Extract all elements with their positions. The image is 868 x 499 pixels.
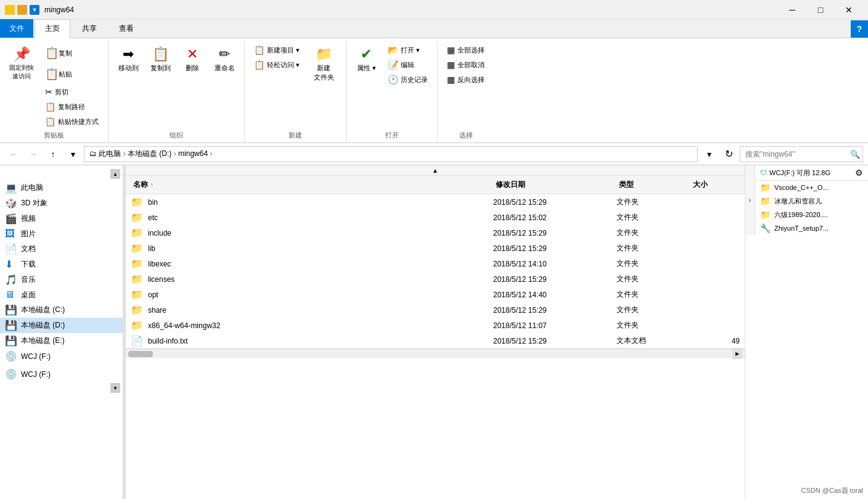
sidebar-item-pictures[interactable]: 🖼 图片: [0, 226, 123, 241]
col-modified[interactable]: 修改日期: [493, 178, 616, 191]
tab-view[interactable]: 查看: [108, 19, 144, 38]
tab-file[interactable]: 文件: [0, 19, 33, 38]
organize-content: ➡ 移动到 📋 复制到 ✕ 删除 ✏ 重命名: [113, 43, 239, 128]
col-type[interactable]: 类型: [616, 178, 690, 191]
localc-icon: 💾: [5, 304, 17, 316]
moveto-button[interactable]: ➡ 移动到: [113, 43, 143, 76]
horizontal-scrollbar[interactable]: ▶: [126, 348, 745, 358]
scroll-right-button[interactable]: ▶: [732, 349, 742, 359]
sidebar-item-wcjf1[interactable]: 💿 WCJ (F:): [0, 348, 123, 364]
file-name: lib: [148, 244, 155, 253]
pasteshortcut-label: 粘贴快捷方式: [58, 117, 99, 126]
sidebar-item-wcjf2[interactable]: 💿 WCJ (F:): [0, 366, 123, 382]
col-name[interactable]: 名称 ↑: [131, 178, 493, 191]
file-name-cell: 📁 bin: [131, 196, 493, 208]
search-button[interactable]: 🔍: [850, 149, 861, 159]
table-row[interactable]: 📁 bin 2018/5/12 15:29 文件夹: [126, 194, 745, 210]
newfolder-button[interactable]: 📁 新建文件夹: [306, 43, 341, 85]
address-path[interactable]: 🗂 此电脑 › 本地磁盘 (D:) › mingw64 ›: [84, 146, 698, 162]
up-button[interactable]: ↑: [44, 146, 62, 163]
col-size[interactable]: 大小: [690, 178, 740, 191]
pin-button[interactable]: 📌 固定到快速访问: [5, 43, 38, 84]
sidebar-item-localc[interactable]: 💾 本地磁盘 (C:): [0, 302, 123, 318]
copy-button[interactable]: 📋 复制: [41, 43, 103, 63]
table-row[interactable]: 📁 opt 2018/5/12 14:40 文件夹: [126, 287, 745, 302]
table-row[interactable]: 📁 share 2018/5/12 15:29 文件夹: [126, 302, 745, 318]
right-panel-item[interactable]: 📁 Vscode_C++_O...: [755, 181, 868, 194]
open-label: 打开: [385, 128, 399, 140]
tab-home[interactable]: 主页: [35, 19, 70, 38]
search-input[interactable]: [740, 146, 863, 162]
file-name: libexec: [148, 260, 171, 268]
wcjf1-label: WCJ (F:): [21, 352, 51, 361]
col-name-label: 名称: [133, 179, 148, 190]
newitem-button[interactable]: 📋 新建项目 ▾: [250, 43, 304, 57]
history-button[interactable]: 🕐 历史记录: [383, 73, 432, 86]
copypath-button[interactable]: 📋 复制路径: [41, 100, 103, 113]
file-modified: 2018/5/12 15:29: [493, 275, 616, 284]
table-row[interactable]: 📁 etc 2018/5/12 15:02 文件夹: [126, 210, 745, 225]
sidebar-scroll-up[interactable]: ▲: [110, 169, 120, 179]
sidebar-item-documents[interactable]: 📄 文档: [0, 241, 123, 257]
back-button[interactable]: ←: [5, 146, 22, 163]
folder-icon: 📁: [131, 242, 143, 254]
file-name: opt: [148, 291, 158, 299]
collapse-panel-button[interactable]: ›: [745, 165, 755, 235]
deselectall-button[interactable]: ▦ 全部取消: [443, 58, 489, 72]
right-panel-item[interactable]: 📁 冰墩儿和雪容儿: [755, 194, 868, 208]
cut-button[interactable]: ✂ 剪切: [41, 85, 103, 99]
easyaccess-button[interactable]: 📋 轻松访问 ▾: [250, 58, 304, 72]
selectall-icon: ▦: [447, 45, 455, 55]
table-row[interactable]: 📁 licenses 2018/5/12 15:29 文件夹: [126, 271, 745, 287]
sidebar-item-music[interactable]: 🎵 音乐: [0, 272, 123, 287]
refresh-button[interactable]: ↻: [720, 146, 737, 163]
properties-button[interactable]: ✔ 属性 ▾: [351, 43, 381, 76]
file-name-cell: 📁 etc: [131, 212, 493, 223]
file-type: 文件夹: [616, 274, 690, 284]
forward-button[interactable]: →: [25, 146, 42, 163]
right-panel-wrapper: › 🛡 WCJ(F:) 可用 12.8G ⚙ 📁 Vscode_C++_O...: [745, 165, 868, 235]
scroll-up-indicator[interactable]: ▲: [126, 165, 745, 176]
right-panel-item[interactable]: 🔧 ZhiyunT_setup7...: [755, 221, 868, 235]
table-row[interactable]: 📁 include 2018/5/12 15:29 文件夹: [126, 225, 745, 241]
sidebar-item-thispc[interactable]: 💻 此电脑: [0, 180, 123, 196]
recent-button[interactable]: ▾: [64, 146, 81, 163]
sort-arrow: ↑: [150, 182, 153, 188]
right-panel-item[interactable]: 📁 六级1989-2020....: [755, 208, 868, 221]
minimize-button[interactable]: ─: [778, 0, 806, 20]
pasteshortcut-button[interactable]: 📋 粘贴快捷方式: [41, 115, 103, 128]
edit-button[interactable]: 📝 编辑: [383, 58, 432, 72]
sidebar-item-desktop[interactable]: 🖥 桌面: [0, 287, 123, 302]
delete-button[interactable]: ✕ 删除: [178, 43, 207, 76]
panel-settings-button[interactable]: ⚙: [855, 168, 863, 178]
invertselect-button[interactable]: ▦ 反向选择: [443, 73, 489, 86]
paste-button[interactable]: 📋 粘贴: [41, 64, 103, 84]
copyto-button[interactable]: 📋 复制到: [145, 43, 175, 76]
sidebar-scroll-down[interactable]: ▼: [110, 383, 120, 393]
sidebar-item-downloads[interactable]: ⬇ 下载: [0, 257, 123, 272]
file-type: 文本文档: [616, 336, 690, 346]
table-row[interactable]: 📁 x86_64-w64-mingw32 2018/5/12 11:07 文件夹: [126, 318, 745, 333]
table-row[interactable]: 📄 build-info.txt 2018/5/12 15:29 文本文档 49: [126, 333, 745, 348]
tab-share[interactable]: 共享: [72, 19, 107, 38]
sidebar-item-locale[interactable]: 💾 本地磁盘 (E:): [0, 333, 123, 348]
selectall-button[interactable]: ▦ 全部选择: [443, 43, 489, 57]
table-row[interactable]: 📁 libexec 2018/5/12 14:10 文件夹: [126, 256, 745, 271]
file-type: 文件夹: [616, 228, 690, 238]
easyaccess-label: 轻松访问 ▾: [267, 60, 300, 70]
help-button[interactable]: ?: [851, 20, 868, 38]
easyaccess-icon: 📋: [254, 60, 264, 70]
sidebar-item-3d[interactable]: 🎲 3D 对象: [0, 196, 123, 211]
sidebar-item-locald[interactable]: 💾 本地磁盘 (D:): [0, 318, 123, 333]
open-button[interactable]: 📂 打开 ▾: [383, 43, 432, 57]
file-name: share: [148, 306, 166, 315]
rename-button[interactable]: ✏ 重命名: [210, 43, 239, 76]
close-button[interactable]: ✕: [835, 0, 863, 20]
dropdown-button[interactable]: ▾: [700, 146, 718, 163]
file-modified: 2018/5/12 15:29: [493, 198, 616, 207]
maximize-button[interactable]: □: [806, 0, 835, 20]
table-row[interactable]: 📁 lib 2018/5/12 15:29 文件夹: [126, 241, 745, 256]
sidebar-item-video[interactable]: 🎬 视频: [0, 211, 123, 226]
3d-icon: 🎲: [5, 197, 17, 209]
app-icon-blue: ▼: [30, 5, 39, 15]
